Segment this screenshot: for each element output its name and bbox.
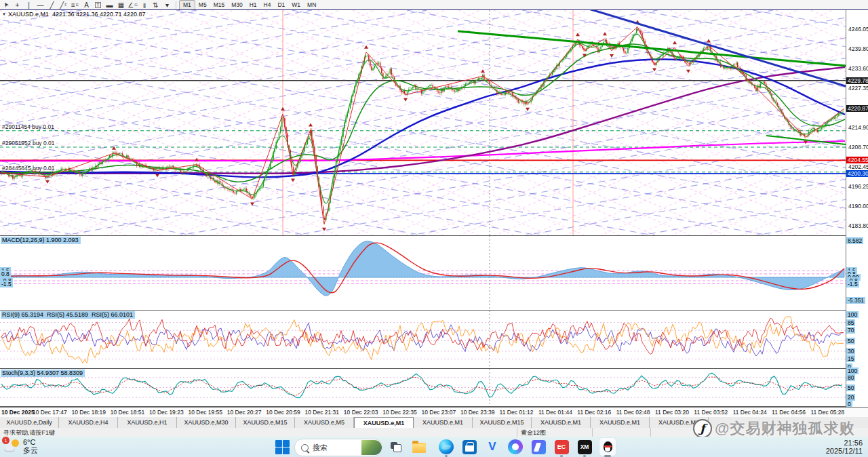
timeframe-m15[interactable]: M15 (210, 1, 229, 9)
search-daily-image (361, 440, 382, 455)
chart-tab-9[interactable]: XAUUSD.e,M1 (532, 417, 591, 428)
horizontal-line-tool[interactable]: — (35, 1, 46, 9)
price-tick: 4202.45 (848, 163, 868, 170)
chart-tab-0[interactable]: XAUUSD.e,Daily (0, 417, 59, 428)
timeframe-d1[interactable]: D1 (274, 1, 288, 9)
price-tick: 4239.80 (848, 45, 868, 52)
qq-penguin-icon (604, 441, 612, 452)
file-explorer-button[interactable] (411, 439, 427, 455)
time-label: 10 Dec 19:55 (188, 409, 222, 416)
taskbar-app-microsoft-store[interactable] (461, 439, 477, 455)
taskbar-app-ec-trader[interactable]: EC (553, 439, 570, 455)
chart-tab-3[interactable]: XAUUSD.e,M30 (177, 417, 236, 428)
chart-tab-1[interactable]: XAUUSD.e,H4 (59, 417, 118, 428)
xm-trader-icon: XM (578, 440, 592, 454)
time-label: 10 Dec 23:07 (422, 409, 456, 416)
rsi-tick: 15 (846, 355, 855, 362)
taskbar-app-xm-trader[interactable]: XM (576, 439, 593, 455)
channels-tool[interactable]: ≡E (69, 1, 81, 9)
timeframe-m5[interactable]: M5 (195, 1, 210, 9)
status-cell (593, 428, 651, 437)
chart-tab-8[interactable]: XAUUSD.e,M15 (473, 417, 532, 428)
pattern-tool[interactable]: ▦ (115, 1, 127, 9)
time-label: 11 Dec 02:16 (577, 409, 611, 416)
price-tick: 4214.90 (848, 124, 868, 131)
rsi-label: RSI(9) 65.3194 RSI(5) 45.5189 RSI(5) 66.… (1, 311, 135, 319)
docs-app-icon (532, 440, 546, 454)
weather-widget[interactable]: 1 6°C 多云 (4, 438, 38, 454)
timeframe-m30[interactable]: M30 (228, 1, 246, 9)
angle-tool[interactable]: ∠G (127, 1, 138, 9)
chart-tab-7[interactable]: XAUUSD.e,M1 (414, 417, 473, 428)
time-label: 10 Dec 18:51 (111, 409, 145, 416)
stoch-tick: 80 (846, 374, 855, 381)
chevron-down-icon[interactable]: ▼ (2, 12, 6, 16)
taskbar-app-docs-app[interactable] (530, 439, 547, 455)
time-label: 10 Dec 20:59 (266, 409, 300, 416)
price-tick: 4196.25 (848, 183, 868, 190)
chart-tab-2[interactable]: XAUUSD.e,H1 (118, 417, 177, 428)
start-button[interactable] (274, 439, 290, 455)
order-label: #29011454 buy 0.01 (2, 123, 54, 130)
arrows-tool[interactable]: ⇅ (150, 1, 161, 9)
main-price-chart (0, 10, 846, 236)
status-cell (651, 428, 709, 437)
pointer-tool[interactable]: ➤ (0, 1, 12, 9)
crosshair-tool[interactable]: + (12, 1, 23, 9)
browser-swirl-app-icon (508, 439, 523, 454)
time-label: 10 Dec 17:47 (33, 409, 67, 416)
status-cell: 黄金12图 (517, 428, 593, 437)
trendline-tool[interactable]: ╱ (46, 1, 58, 9)
timeframe-m1[interactable]: M1 (179, 0, 195, 10)
macd-indicator-pane (0, 236, 846, 311)
timeframe-mn[interactable]: MN (304, 1, 319, 9)
macd-level: -1.5 (846, 281, 859, 287)
ec-trader-icon: EC (555, 440, 569, 454)
chart-symbol-ohlc: ▼XAUUSD.e,M1 4221.36 4221.36 4220.71 422… (2, 11, 146, 18)
time-label: 11 Dec 02:48 (616, 409, 650, 416)
timeframe-w1[interactable]: W1 (288, 1, 304, 9)
chart-tab-6[interactable]: XAUUSD.e,M1 (354, 417, 414, 428)
status-cell (768, 428, 868, 437)
weather-temp: 6°C (23, 438, 38, 446)
dropdown-caret[interactable]: ▾ (161, 1, 173, 9)
rectangle-tool[interactable]: ▬ (104, 1, 115, 9)
time-label: 10 Dec 19:23 (149, 409, 184, 416)
taskbar-clock[interactable]: 21:56 2025/12/11 (826, 439, 863, 455)
time-label: 11 Dec 05:28 (810, 409, 844, 416)
timeframe-h4[interactable]: H4 (260, 1, 275, 9)
price-axis: 4246.054239.804233.604227.354214.904208.… (846, 10, 868, 407)
taskbar-app-qq[interactable] (599, 439, 616, 455)
taskbar-app-v-app[interactable]: V (484, 439, 500, 455)
taskbar-app-browser-swirl-app[interactable] (507, 439, 524, 455)
rsi-tick: 30 (846, 348, 855, 355)
price-tick: 4190.00 (848, 203, 868, 210)
folder-icon (412, 443, 426, 453)
chart-tab-4[interactable]: XAUUSD.e,M15 (236, 417, 295, 428)
search-placeholder: 搜索 (313, 443, 361, 453)
chart-tab-11[interactable]: XAUUSD.e,M1 (650, 417, 709, 428)
price-badge: 4204.55 (846, 157, 868, 163)
price-tick: 4227.35 (848, 85, 868, 92)
chart-tab-10[interactable]: XAUUSD.e,M1 (591, 417, 650, 428)
price-badge: 4220.87 (846, 105, 868, 112)
fibonacci-tool[interactable]: ╱F (58, 1, 69, 9)
macd-scale-max: 8.582 (846, 237, 863, 244)
order-label: #28445845 buy 0.01 (2, 165, 55, 172)
text-tool[interactable]: A (81, 1, 92, 9)
task-view-button[interactable] (388, 439, 404, 455)
price-badge: 4229.78 (846, 77, 868, 84)
label-tool[interactable]: T (92, 1, 104, 9)
edge-icon (439, 439, 454, 454)
time-label: 11 Dec 04:56 (772, 409, 806, 416)
vertical-line-tool[interactable]: | (23, 1, 35, 9)
timeframe-h1[interactable]: H1 (246, 1, 260, 9)
bars-pattern-tool[interactable]: ||| (138, 1, 150, 9)
clock-time: 21:56 (826, 439, 863, 447)
taskbar-app-edge[interactable] (438, 439, 454, 455)
taskbar-search[interactable]: 搜索 (294, 439, 382, 456)
time-label: 11 Dec 03:52 (694, 409, 728, 416)
price-badge: 4200.30 (846, 170, 868, 177)
chart-tab-5[interactable]: XAUUSD.e,M5 (295, 417, 354, 428)
rsi-tick: 100 (846, 311, 859, 318)
